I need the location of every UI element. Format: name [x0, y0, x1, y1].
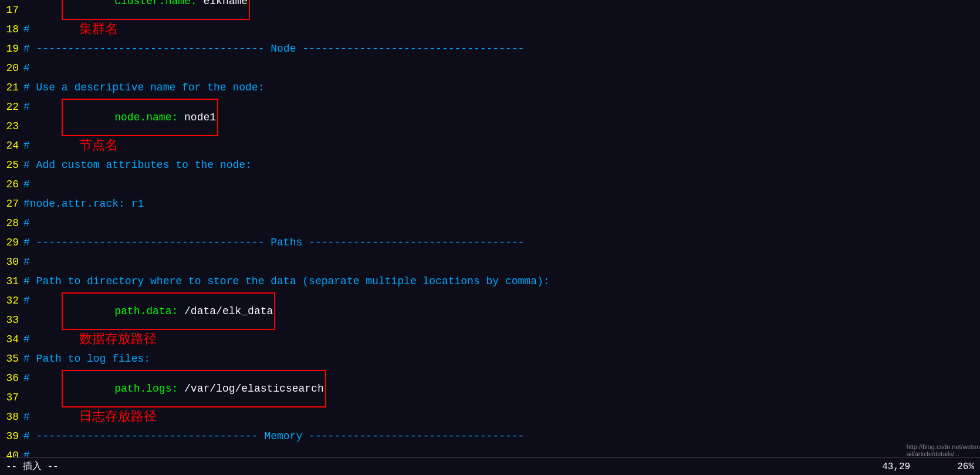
line-num-22: 22 — [0, 101, 23, 113]
value-path-logs: /var/log/elasticsearch — [178, 383, 323, 395]
line-num-39: 39 — [0, 430, 23, 442]
line-num-19: 19 — [0, 43, 23, 55]
line-num-21: 21 — [0, 82, 23, 93]
line-num-17: 17 — [0, 4, 23, 16]
line-30: 30 # — [0, 252, 980, 271]
line-num-36: 36 — [0, 372, 23, 384]
line-23: 23 node.name: node1 节点名 — [0, 116, 980, 136]
line-26: 26 # — [0, 174, 980, 194]
line-num-26: 26 — [0, 178, 23, 190]
line-content-20: # — [23, 62, 980, 74]
line-num-23: 23 — [0, 120, 23, 132]
key-node-name: node.name: — [114, 112, 178, 123]
line-38: 38 # — [0, 407, 980, 426]
line-content-39: # ----------------------------------- Me… — [23, 430, 980, 442]
line-num-32: 32 — [0, 295, 23, 306]
line-39: 39 # -----------------------------------… — [0, 426, 980, 446]
line-content-38: # — [23, 411, 980, 423]
value-node-name: node1 — [178, 112, 216, 123]
cursor-position: 43,29 — [882, 461, 910, 472]
line-33: 33 path.data: /data/elk_data 数据存放路径 — [0, 310, 980, 329]
status-bar: -- 插入 -- 43,29 26% — [0, 457, 980, 475]
line-num-33: 33 — [0, 314, 23, 326]
line-20: 20 # — [0, 58, 980, 78]
line-num-31: 31 — [0, 275, 23, 287]
watermark: http://blog.csdn.net/webmail/article/det… — [907, 443, 980, 457]
line-content-18: # — [23, 23, 980, 35]
value-cluster-name: elkname — [197, 0, 248, 7]
line-num-18: 18 — [0, 23, 23, 35]
line-29: 29 # -----------------------------------… — [0, 233, 980, 252]
line-content-28: # — [23, 217, 980, 229]
editor-mode: -- 插入 -- — [6, 460, 59, 473]
line-25: 25 # Add custom attributes to the node: — [0, 155, 980, 174]
key-cluster-name: cluster.name: — [114, 0, 197, 7]
line-num-20: 20 — [0, 62, 23, 74]
line-34: 34 # — [0, 329, 980, 349]
line-content-24: # — [23, 140, 980, 151]
line-18: 18 # — [0, 19, 980, 39]
line-content-26: # — [23, 178, 980, 190]
line-content-27: #node.attr.rack: r1 — [23, 198, 980, 210]
line-num-25: 25 — [0, 159, 23, 171]
line-37: 37 path.logs: /var/log/elasticsearch 日志存… — [0, 388, 980, 407]
line-19: 19 # -----------------------------------… — [0, 39, 980, 58]
line-24: 24 # — [0, 136, 980, 155]
line-num-37: 37 — [0, 392, 23, 403]
line-27: 27 #node.attr.rack: r1 — [0, 194, 980, 213]
line-num-24: 24 — [0, 140, 23, 151]
line-content-29: # ------------------------------------ P… — [23, 237, 980, 248]
editor-area: 17 cluster.name: elkname 集群名 18 # 19 # -… — [0, 0, 980, 475]
line-num-29: 29 — [0, 237, 23, 248]
line-content-19: # ------------------------------------ N… — [23, 43, 980, 55]
line-num-30: 30 — [0, 256, 23, 268]
line-content-30: # — [23, 256, 980, 268]
line-17: 17 cluster.name: elkname 集群名 — [0, 0, 980, 19]
line-num-28: 28 — [0, 217, 23, 229]
line-num-27: 27 — [0, 198, 23, 210]
line-num-35: 35 — [0, 353, 23, 365]
line-content-34: # — [23, 333, 980, 345]
key-path-data: path.data: — [114, 305, 178, 317]
key-path-logs: path.logs: — [114, 383, 178, 395]
line-num-34: 34 — [0, 333, 23, 345]
value-path-data: /data/elk_data — [178, 305, 273, 317]
scroll-percent: 26% — [957, 461, 974, 472]
line-num-38: 38 — [0, 411, 23, 423]
line-28: 28 # — [0, 213, 980, 233]
line-content-25: # Add custom attributes to the node: — [23, 159, 980, 171]
